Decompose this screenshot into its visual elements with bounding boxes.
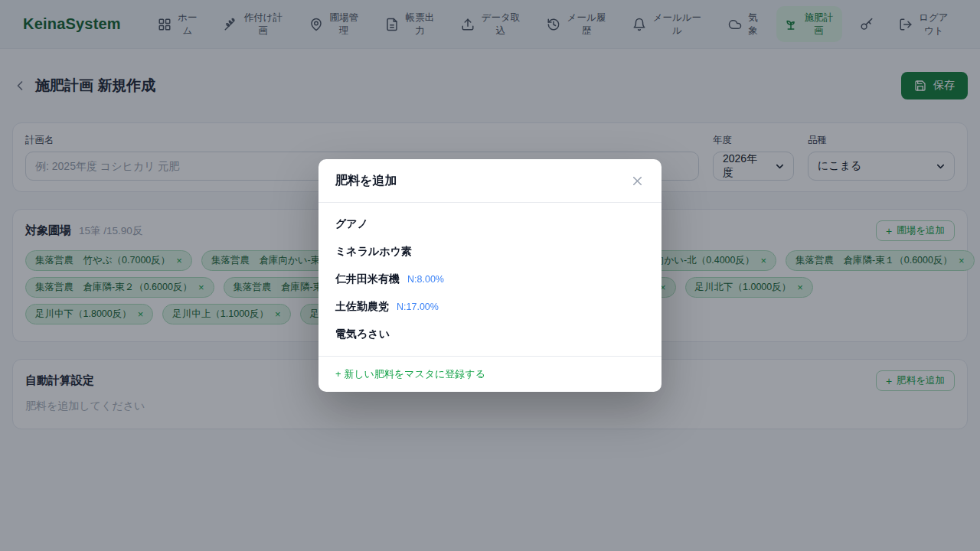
fertilizer-list: グアノ ミネラルホウ素 仁井田米有機 N:8.00% 土佐勤農党 N:17.00…	[318, 203, 662, 356]
fertilizer-n-value: N:8.00%	[407, 274, 444, 285]
add-fertilizer-modal: 肥料を追加 グアノ ミネラルホウ素 仁井田米有機 N:8.00% 土佐勤農党 N…	[318, 159, 662, 392]
fertilizer-name: グアノ	[335, 217, 368, 231]
fertilizer-name: 仁井田米有機	[335, 272, 400, 286]
fertilizer-option[interactable]: 電気ろさい	[318, 321, 662, 348]
modal-footer: + 新しい肥料をマスタに登録する	[318, 356, 662, 391]
modal-header: 肥料を追加	[318, 159, 662, 203]
fertilizer-n-value: N:17.00%	[397, 302, 439, 312]
modal-close-button[interactable]	[630, 174, 645, 188]
fertilizer-name: ミネラルホウ素	[335, 245, 412, 259]
fertilizer-option[interactable]: ミネラルホウ素	[318, 238, 662, 266]
fertilizer-option[interactable]: 土佐勤農党 N:17.00%	[318, 293, 662, 321]
fertilizer-option[interactable]: 仁井田米有機 N:8.00%	[318, 266, 662, 293]
fertilizer-name: 土佐勤農党	[335, 300, 389, 314]
register-new-fertilizer-link[interactable]: + 新しい肥料をマスタに登録する	[335, 367, 485, 381]
close-icon	[630, 174, 645, 188]
fertilizer-name: 電気ろさい	[335, 328, 390, 341]
modal-title: 肥料を追加	[335, 173, 397, 189]
fertilizer-option[interactable]: グアノ	[318, 210, 662, 238]
